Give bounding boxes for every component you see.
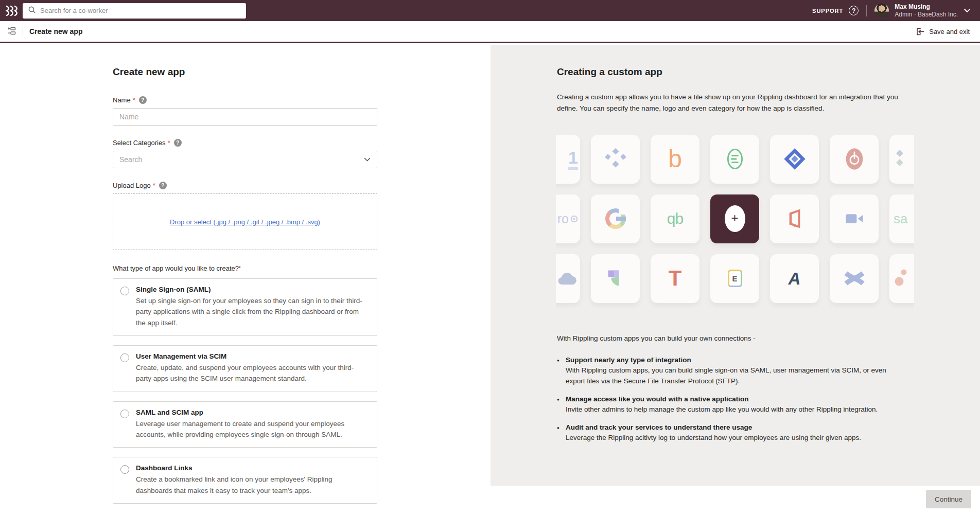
app-type-question: What type of app would you like to creat… bbox=[113, 264, 377, 272]
divider bbox=[866, 5, 867, 16]
app-tile-grid: 1 b bbox=[556, 135, 914, 314]
radio-button[interactable] bbox=[120, 287, 129, 295]
app-tile-partial-sa: sa bbox=[889, 194, 914, 243]
app-tile-b-logo: b bbox=[651, 135, 699, 184]
create-app-form: Create new app Name* ? Select Categories… bbox=[113, 66, 377, 504]
search-icon bbox=[28, 6, 36, 16]
connections-line: With Rippling custom apps you can build … bbox=[557, 334, 905, 342]
option-description: Create, update, and suspend your employe… bbox=[136, 362, 369, 384]
exit-icon bbox=[915, 27, 925, 37]
option-user-management-scim[interactable]: User Management via SCIM Create, update,… bbox=[113, 345, 377, 392]
radio-button[interactable] bbox=[120, 410, 129, 418]
categories-select[interactable] bbox=[113, 151, 377, 168]
plus-icon: + bbox=[725, 205, 745, 232]
page-title: Create new app bbox=[29, 27, 82, 36]
app-tile-partial-one: 1 bbox=[556, 135, 580, 184]
option-single-sign-on-saml[interactable]: Single Sign-on (SAML) Set up single sign… bbox=[113, 278, 377, 336]
app-tile-confluence-x bbox=[830, 254, 879, 303]
option-title: Dashboard Links bbox=[136, 464, 369, 472]
user-role: Admin · BaseDash Inc. bbox=[895, 11, 958, 19]
main-content: Create new app Name* ? Select Categories… bbox=[0, 45, 980, 514]
user-name: Max Musing bbox=[895, 3, 958, 11]
app-tile-t-logo: T bbox=[651, 254, 699, 303]
topbar: SUPPORT ? Max Musing Admin · BaseDash In… bbox=[0, 0, 980, 21]
chevron-down-icon[interactable] bbox=[964, 8, 971, 13]
topbar-right: SUPPORT ? Max Musing Admin · BaseDash In… bbox=[812, 3, 980, 19]
app-tile-quickbooks: qb bbox=[651, 194, 699, 243]
app-tile-leaf-shapes bbox=[591, 254, 640, 303]
info-panel: Creating a custom app Creating a custom … bbox=[491, 45, 980, 486]
rippling-logo[interactable] bbox=[0, 5, 23, 16]
radio-button[interactable] bbox=[120, 465, 129, 474]
info-intro: Creating a custom app allows you to have… bbox=[557, 92, 905, 114]
app-tile-video-camera bbox=[830, 194, 879, 243]
categories-label: Select Categories* ? bbox=[113, 139, 377, 147]
app-tile-a-logo: A bbox=[770, 254, 819, 303]
coworker-search[interactable] bbox=[23, 3, 246, 19]
app-tile-oval-list bbox=[710, 135, 759, 184]
name-label: Name* ? bbox=[113, 96, 377, 104]
save-and-exit-button[interactable]: Save and exit bbox=[915, 27, 970, 37]
app-tile-partial-dots bbox=[889, 254, 914, 303]
option-title: User Management via SCIM bbox=[136, 352, 369, 360]
logo-dropzone[interactable]: Drop or select (.jpg / .png / .gif / .jp… bbox=[113, 193, 377, 250]
app-tile-jira-diamond bbox=[770, 135, 819, 184]
user-menu[interactable]: Max Musing Admin · BaseDash Inc. bbox=[895, 3, 958, 19]
bullet-audit-track: Audit and track your services to underst… bbox=[557, 423, 907, 444]
continue-button[interactable]: Continue bbox=[926, 490, 971, 508]
help-icon[interactable]: ? bbox=[849, 6, 859, 15]
drop-or-select-link[interactable]: Drop or select (.jpg / .png / .gif / .jp… bbox=[170, 218, 320, 226]
divider bbox=[23, 26, 23, 37]
option-saml-and-scim[interactable]: SAML and SCIM app Leverage user manageme… bbox=[113, 401, 377, 448]
support-link[interactable]: SUPPORT bbox=[812, 8, 843, 14]
subheader: Create new app Save and exit bbox=[0, 21, 980, 43]
radio-button[interactable] bbox=[120, 353, 129, 362]
app-tile-google-g bbox=[591, 194, 640, 243]
app-tile-partial-diamonds bbox=[889, 135, 914, 184]
chevron-down-icon bbox=[364, 157, 377, 162]
info-heading: Creating a custom app bbox=[557, 66, 980, 78]
upload-logo-label: Upload Logo* ? bbox=[113, 182, 377, 189]
app-tile-partial-ro: ro bbox=[556, 194, 580, 243]
avatar[interactable] bbox=[874, 4, 889, 18]
categories-help-icon[interactable]: ? bbox=[174, 139, 182, 147]
option-description: Leverage user management to create and s… bbox=[136, 418, 369, 440]
custom-app-tile: + bbox=[710, 194, 759, 243]
app-tile-power-circle bbox=[830, 135, 879, 184]
bullet-manage-access: Manage access like you would with a nati… bbox=[557, 395, 907, 415]
search-input[interactable] bbox=[40, 7, 241, 14]
name-input[interactable] bbox=[113, 108, 377, 126]
option-title: SAML and SCIM app bbox=[136, 409, 369, 416]
form-heading: Create new app bbox=[113, 66, 377, 78]
app-tile-e-card: E bbox=[710, 254, 759, 303]
save-and-exit-label: Save and exit bbox=[929, 28, 970, 36]
add-to-list-icon[interactable] bbox=[6, 26, 16, 37]
bullet-integration: Support nearly any type of integration W… bbox=[557, 356, 907, 387]
app-tile-pentagon-diamonds bbox=[591, 135, 640, 184]
option-description: Set up single sign-on for your employees… bbox=[136, 295, 369, 328]
option-dashboard-links[interactable]: Dashboard Links Create a bookmarked link… bbox=[113, 457, 377, 504]
upload-help-icon[interactable]: ? bbox=[159, 182, 167, 189]
option-title: Single Sign-on (SAML) bbox=[136, 286, 369, 293]
app-tile-partial-cloud bbox=[556, 254, 580, 303]
app-tile-office bbox=[770, 194, 819, 243]
name-help-icon[interactable]: ? bbox=[139, 96, 147, 104]
categories-search-input[interactable] bbox=[113, 155, 364, 164]
option-description: Create a bookmarked link and icon on you… bbox=[136, 474, 369, 496]
